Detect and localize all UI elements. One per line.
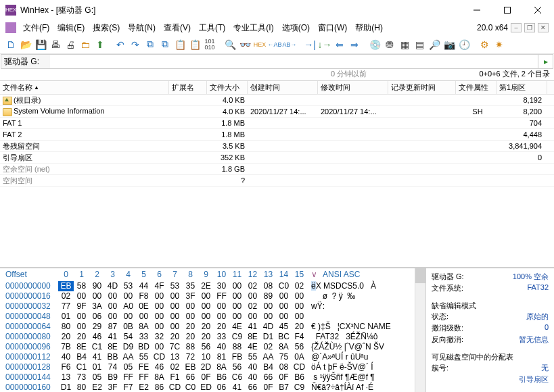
binoculars-icon[interactable]: 🔍 <box>223 38 237 51</box>
menu-tools[interactable]: 工具(T) <box>195 21 229 35</box>
next-icon[interactable]: ⇒ <box>348 38 361 51</box>
table-row[interactable]: FAT 11.8 MB704 <box>0 118 554 129</box>
minimize-button[interactable] <box>461 1 492 20</box>
v-scrollbar[interactable]: ▾ <box>415 268 425 392</box>
info-drive-v: 100% 空余 <box>513 272 549 282</box>
hdr-attr[interactable]: 文件属性 <box>456 81 497 94</box>
paste-icon[interactable]: 📋 <box>173 38 187 51</box>
ab-left-icon[interactable]: ←AB <box>268 38 281 51</box>
calendar-icon[interactable]: ▤ <box>413 38 426 51</box>
menu-view[interactable]: 查看(V) <box>160 21 195 35</box>
table-row[interactable]: FAT 21.8 MB4,448 <box>0 129 554 141</box>
cell-size: 4.0 KB <box>207 96 248 104</box>
goto-icon[interactable]: →| <box>303 38 317 51</box>
hex-row[interactable]: 0000000000EB58904D53444F53352E30000208C0… <box>0 281 425 291</box>
hdr-mtime[interactable]: 修改时间 <box>318 81 388 94</box>
path-input[interactable] <box>50 55 538 68</box>
hex-row[interactable]: 00000000160200000000F800003F00FF00008900… <box>0 291 425 301</box>
hex-icon[interactable]: HEX <box>253 38 267 51</box>
path-go-icon[interactable]: ▸ <box>538 55 553 68</box>
menu-window[interactable]: 窗口(W) <box>314 21 351 35</box>
open-folder-icon[interactable]: 📂 <box>19 38 32 51</box>
hex-row[interactable]: 0000000160D180E23FF7E286CDC0ED0641660FB7… <box>0 383 425 392</box>
info-rev-v: 暂无信息 <box>519 335 549 345</box>
menu-edit[interactable]: 编辑(E) <box>53 21 89 35</box>
mdi-restore-button[interactable]: ❐ <box>524 23 535 32</box>
clock-icon[interactable]: 🕘 <box>457 38 471 51</box>
file-name: 引导扇区 <box>3 153 32 162</box>
info-rev-k: 反向撤消: <box>432 335 463 345</box>
hex-row[interactable]: 0000000064800029870B8A00002020204E414D45… <box>0 322 425 332</box>
cell-size: 1.8 MB <box>207 119 248 127</box>
hex-row[interactable]: 00000000967B8EC18ED9BD007C885640884E028A… <box>0 342 425 352</box>
cell-ctime: 2020/11/27 14:... <box>248 107 318 116</box>
cell-sector: 0 <box>497 153 547 162</box>
binoculars2-icon[interactable]: 👓 <box>238 38 252 51</box>
disk-icon[interactable]: 💿 <box>368 38 382 51</box>
table-row[interactable]: (根目录)4.0 KB8,192 <box>0 95 554 106</box>
menu-help[interactable]: 帮助(H) <box>351 21 387 35</box>
prev-icon[interactable]: ⇐ <box>333 38 346 51</box>
copy2-icon[interactable]: ⧉ <box>158 38 172 51</box>
hex-area: Offset 0123456789101112131415 ∨ANSI ASC … <box>0 268 554 392</box>
new-icon[interactable]: 🗋 <box>4 38 18 51</box>
hdr-sector[interactable]: 第1扇区 <box>497 81 547 94</box>
back-icon[interactable]: ↶ <box>114 38 127 51</box>
hex-row[interactable]: 0000000128F6C1017405FE4602EB2D8A5640B408… <box>0 362 425 372</box>
print-icon[interactable]: 🖨 <box>64 38 77 51</box>
hdr-ctime[interactable]: 创建时间 <box>248 81 318 94</box>
forward-icon[interactable]: ↷ <box>129 38 142 51</box>
cell-sector: 8,192 <box>497 96 547 104</box>
hdr-name[interactable]: 文件名称 <box>0 81 169 94</box>
table-row[interactable]: 空闲空间? <box>0 175 554 187</box>
table-row[interactable]: 空余空间 (net)1.8 GB <box>0 164 554 175</box>
goto-down-icon[interactable]: ↓→ <box>318 38 331 51</box>
menu-search[interactable]: 搜索(S) <box>89 21 124 35</box>
chip-icon[interactable]: ▦ <box>398 38 411 51</box>
info-undo-k: 撤消级数: <box>432 323 463 333</box>
properties-icon[interactable]: 🗀 <box>78 38 92 51</box>
hdr-ext[interactable]: 扩展名 <box>169 81 207 94</box>
table-row[interactable]: 卷残留空间3.5 KB3,841,904 <box>0 141 554 152</box>
hex-view[interactable]: Offset 0123456789101112131415 ∨ANSI ASC … <box>0 268 425 392</box>
hex-row[interactable]: 0000000032779F3A00A00E000000000000020000… <box>0 301 425 312</box>
file-list-header[interactable]: 文件名称 扩展名 文件大小 创建时间 修改时间 记录更新时间 文件属性 第1扇区 <box>0 81 554 95</box>
up-icon[interactable]: ⬆ <box>93 38 107 51</box>
hdr-rtime[interactable]: 记录更新时间 <box>388 81 456 94</box>
gear-icon[interactable]: ⚙ <box>478 38 491 51</box>
version-label: 20.0 x64 <box>477 23 508 32</box>
table-row[interactable]: System Volume Information4.0 KB2020/11/2… <box>0 106 554 118</box>
mdi-min-button[interactable]: – <box>511 23 522 32</box>
menu-protools[interactable]: 专业工具(I) <box>229 21 277 35</box>
hex-row[interactable]: 0000000144137305B9FFFF8AF1660FB6C640660F… <box>0 372 425 383</box>
stat-strip: 0 分钟以前 0+0+6 文件, 2 个目录 <box>0 69 554 81</box>
cell-sector: 704 <box>497 119 547 127</box>
cell-size: 1.8 MB <box>207 130 248 139</box>
camera-icon[interactable]: 📷 <box>442 38 456 51</box>
hex-row[interactable]: 0000000048010006000000000000000000000000… <box>0 312 425 322</box>
menu-file[interactable]: 文件(F) <box>19 21 53 35</box>
gear2-icon[interactable]: ✷ <box>492 38 506 51</box>
paste2-icon[interactable]: 📋 <box>188 38 202 51</box>
binary-icon[interactable]: 101010 <box>203 38 216 51</box>
mdi-close-button[interactable]: ✕ <box>538 23 549 32</box>
hex-row[interactable]: 00000000802020464154333220202033C98ED1BC… <box>0 332 425 342</box>
file-name: (根目录) <box>14 96 41 104</box>
close-button[interactable] <box>522 1 553 20</box>
maximize-button[interactable] <box>492 1 522 20</box>
file-name: 空余空间 (net) <box>3 165 50 173</box>
menu-options[interactable]: 选项(O) <box>278 21 314 35</box>
ab-right-icon[interactable]: AB→ <box>283 38 296 51</box>
search-icon[interactable]: 🔎 <box>428 38 441 51</box>
hex-row[interactable]: 000000011240B441BBAA55CD13721081FB55AA75… <box>0 352 425 362</box>
save-all-icon[interactable]: 🖶 <box>49 38 62 51</box>
save-icon[interactable]: 💾 <box>34 38 47 51</box>
disk2-icon[interactable]: ⛃ <box>383 38 396 51</box>
info-fs-k: 文件系统: <box>432 283 463 293</box>
table-row[interactable]: 引导扇区352 KB0 <box>0 152 554 164</box>
hdr-size[interactable]: 文件大小 <box>207 81 248 94</box>
cell-attr: SH <box>456 107 497 116</box>
copy-icon[interactable]: ⧉ <box>143 38 157 51</box>
svg-rect-0 <box>504 7 510 14</box>
menu-nav[interactable]: 导航(N) <box>124 21 160 35</box>
